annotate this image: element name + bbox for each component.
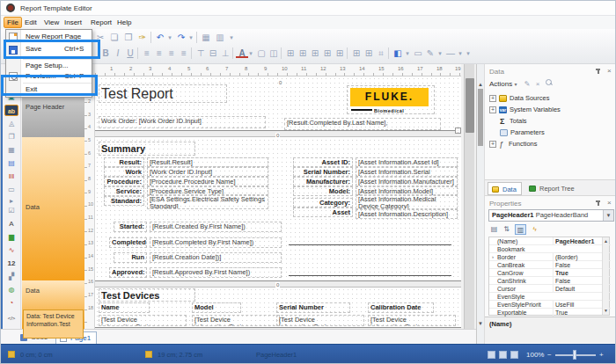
map-tool[interactable]: ◍ (4, 284, 18, 295)
expand-icon[interactable]: + (489, 106, 496, 113)
gauge-tool[interactable]: ◔ (4, 297, 18, 309)
border-all-icon[interactable]: ⊞ (284, 47, 297, 59)
group-icon[interactable]: ▦ (200, 32, 212, 43)
events-icon[interactable]: ϟ (529, 224, 540, 235)
field-label[interactable]: Model: (293, 186, 353, 196)
delete-icon[interactable]: × (536, 80, 540, 88)
property-row[interactable]: EvenStyle (489, 293, 611, 301)
table-header[interactable]: Model (192, 302, 241, 313)
bold-button[interactable]: B (99, 47, 112, 59)
format-overflow-icon[interactable]: ▾ (465, 47, 472, 59)
line-style-icon[interactable]: — (444, 47, 457, 59)
table-cell[interactable]: [Test Device Information.Test (192, 315, 280, 326)
field-label[interactable]: Asset Description: (293, 207, 353, 217)
toolbar-overflow-icon[interactable]: ▾ (228, 32, 235, 43)
field-value[interactable]: [Result.Completed By.First Name]) (150, 237, 282, 248)
table-cell[interactable]: [Test Device Information.Test (276, 315, 364, 326)
object-selector[interactable]: PageHeader1 PageHeaderBand ▼ (488, 209, 614, 222)
fill-color-icon[interactable]: ◧ (392, 47, 404, 59)
field-label[interactable]: Manufacturer: (293, 177, 353, 186)
table-header[interactable]: Serial Number (276, 302, 350, 313)
field-value[interactable]: [ESA Settings.Electrical Safety Settings… (147, 194, 268, 209)
table-tool[interactable]: ▦ (4, 144, 18, 156)
border-outline-icon[interactable]: ⊞ (363, 47, 375, 59)
menu-insert[interactable]: Insert (61, 17, 85, 28)
richtext-tool[interactable]: ▭ (4, 184, 18, 195)
property-row[interactable]: CanShrinkFalse (489, 277, 611, 285)
border-props-icon[interactable]: ⌗ (375, 47, 387, 59)
property-row[interactable]: Bookmark (489, 245, 611, 253)
close-icon[interactable]: × (607, 67, 612, 75)
logo-object[interactable]: FLUKE. Biomedical (347, 85, 435, 114)
font-color-icon[interactable]: A (236, 48, 248, 58)
checkbox-tool[interactable]: ☑ (4, 205, 18, 216)
property-row[interactable]: CanBreakFalse (489, 261, 611, 269)
undo-icon[interactable]: ↶ (154, 32, 166, 43)
field-value[interactable]: [Asset Information.Manufacturer] (356, 177, 458, 186)
hyperlink-icon[interactable]: ◫ (268, 47, 280, 59)
tree-item-system-variables[interactable]: +varSystem Variables (489, 105, 561, 115)
summary-title-object[interactable]: Summary (99, 142, 195, 156)
field-label[interactable]: Service: (104, 186, 144, 196)
subreport-tool[interactable]: ❐ (4, 131, 18, 142)
code-tool[interactable]: </> (4, 313, 18, 324)
digits-tool[interactable]: 12 (4, 258, 18, 269)
align-bottom-icon[interactable]: ⊥ (219, 47, 231, 59)
table-cell[interactable]: [Test Device Information.Test (368, 315, 456, 326)
property-row[interactable]: ExportableTrue (489, 309, 611, 317)
field-label[interactable]: Category: (293, 198, 353, 207)
tree-item-parameters[interactable]: Parameters (500, 127, 545, 138)
view-mode-2-icon[interactable] (499, 351, 507, 359)
align-top-icon[interactable]: ⊤ (194, 47, 207, 59)
band-handle[interactable]: ⋮ (455, 127, 461, 134)
sparkline-tool[interactable]: ∿ (4, 244, 18, 256)
field-label[interactable]: Work Order: (104, 167, 144, 177)
tab-data[interactable]: Data (488, 182, 522, 195)
fill-color-dropdown-icon[interactable]: ▾ (404, 47, 411, 59)
border-right-icon[interactable]: ⊞ (334, 47, 346, 59)
align-justify-icon[interactable]: ≡ (178, 47, 190, 59)
line-style-dropdown-icon[interactable]: ▾ (457, 47, 464, 59)
paste-icon[interactable]: ❐ (122, 32, 135, 43)
align-grid-icon[interactable]: ▥ (214, 32, 226, 43)
completed-by-object[interactable]: [Result.Completed By.Last Name], (284, 118, 441, 130)
test-devices-title-object[interactable]: Test Devices (99, 288, 195, 302)
redo-dropdown-icon[interactable]: ▾ (187, 32, 194, 43)
scroll-down-icon[interactable]: ▼ (478, 321, 483, 326)
line-color-dropdown-icon[interactable]: ▾ (436, 47, 444, 59)
matrix-tool[interactable]: ▤ (4, 157, 18, 169)
frame-icon[interactable]: ▭ (412, 47, 424, 59)
menu-report[interactable]: Report (87, 17, 115, 28)
scroll-up-icon[interactable]: ▲ (478, 82, 483, 87)
expand-icon[interactable]: + (489, 95, 496, 102)
field-label[interactable]: Standard: (104, 196, 144, 206)
report-title-object[interactable]: Test Report (99, 84, 227, 103)
text-tool[interactable]: ab (4, 105, 18, 116)
shapes-tool[interactable]: ◬ (4, 118, 18, 129)
align-right-icon[interactable]: ≡ (165, 47, 178, 59)
view-mode-3-icon[interactable] (510, 351, 518, 359)
panel-scrollbar[interactable]: ▲ ▼ (477, 64, 485, 344)
table-cell[interactable]: [Test Device Information.Test (99, 315, 187, 326)
view-mode-1-icon[interactable] (488, 351, 495, 359)
text-frame-tool[interactable]: A (4, 218, 18, 229)
field-label[interactable]: Result: (104, 157, 144, 167)
canvas-vertical-scrollbar[interactable] (464, 64, 474, 329)
chevron-down-icon[interactable]: ▼ (603, 210, 613, 221)
property-row[interactable]: ›Border(Border) (489, 253, 611, 261)
field-label[interactable]: Asset ID: (293, 157, 353, 167)
align-center-icon[interactable]: ≡ (153, 47, 165, 59)
textbox-icon[interactable]: ▢ (255, 47, 268, 59)
underline-button[interactable]: U (124, 47, 136, 59)
field-label[interactable]: Completed: (109, 237, 147, 248)
menu-view[interactable]: View (40, 17, 62, 28)
table-header[interactable]: Name (99, 302, 150, 313)
field-label[interactable]: Serial Number: (293, 167, 353, 177)
field-label[interactable]: Run time: (114, 252, 147, 263)
tree-item-data-sources[interactable]: +Data Sources (489, 93, 549, 104)
menu-help[interactable]: Help (114, 17, 135, 28)
work-order-object[interactable]: Work Order: [Work Order ID.Input] (99, 116, 266, 128)
field-value[interactable]: [Result.Created By.First Name]) (150, 222, 282, 232)
zoom-in-button[interactable]: + (599, 351, 604, 359)
field-value[interactable]: [Asset Information.Medical Device Catego… (356, 194, 458, 209)
